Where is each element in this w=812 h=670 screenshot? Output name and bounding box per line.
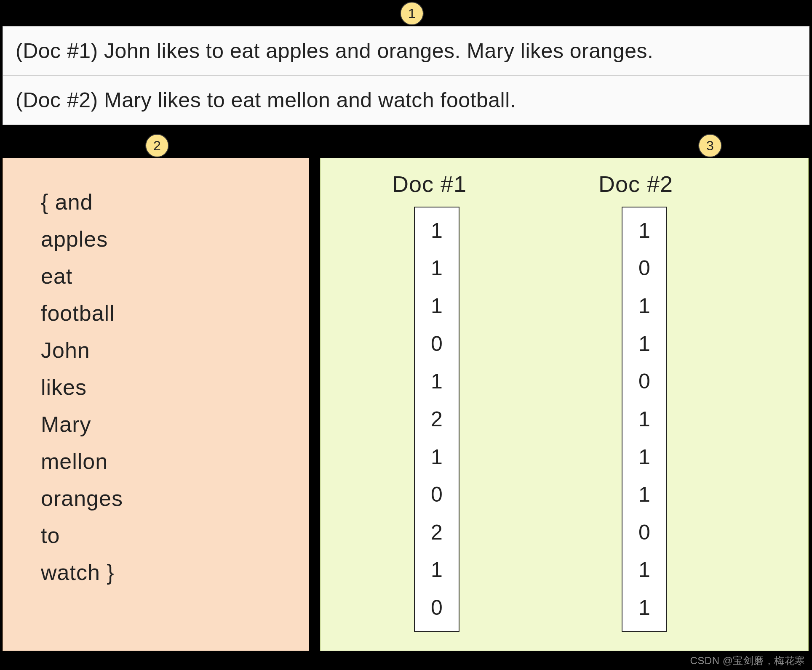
vector-cell: 1	[431, 365, 443, 398]
vector-cell: 2	[431, 403, 443, 436]
vocab-word: football	[41, 295, 309, 332]
vector-cell: 0	[638, 252, 650, 284]
vector-cell: 1	[431, 441, 443, 473]
vector-cell: 1	[431, 252, 443, 284]
badge-label: 3	[706, 138, 714, 154]
vector-cell: 0	[431, 327, 443, 360]
vocabulary-panel: { and apples eat football John likes Mar…	[3, 158, 309, 651]
vector-cell: 1	[638, 327, 650, 360]
vocab-word: watch }	[41, 554, 309, 591]
vector-cell: 1	[638, 403, 650, 436]
vector-box-1: 1 1 1 0 1 2 1 0 2 1 0	[414, 207, 459, 632]
vocab-word: John	[41, 332, 309, 369]
vocab-word: apples	[41, 221, 309, 258]
badge-label: 1	[408, 6, 416, 21]
document-row-1: (Doc #1) John likes to eat apples and or…	[3, 27, 809, 75]
vector-cell: 1	[431, 553, 443, 586]
vector-cell: 0	[638, 365, 650, 398]
document-text: (Doc #1) John likes to eat apples and or…	[16, 39, 653, 63]
document-text: (Doc #2) Mary likes to eat mellon and wa…	[16, 88, 516, 112]
vector-cell: 1	[431, 214, 443, 247]
vocab-word: { and	[41, 183, 309, 221]
vocab-word: mellon	[41, 443, 309, 480]
vector-cell: 1	[638, 290, 650, 322]
vocab-word: eat	[41, 258, 309, 295]
step-badge-2: 2	[145, 134, 169, 157]
vector-cell: 1	[638, 478, 650, 511]
vector-cell: 1	[638, 214, 650, 247]
vector-header-1: Doc #1	[392, 171, 467, 197]
vocab-word: Mary	[41, 406, 309, 443]
vector-box-2: 1 0 1 1 0 1 1 1 0 1 1	[622, 207, 667, 632]
vocab-word: to	[41, 517, 309, 554]
vector-cell: 0	[638, 516, 650, 549]
vector-cell: 1	[638, 591, 650, 624]
vector-cell: 1	[638, 441, 650, 473]
vector-cell: 2	[431, 516, 443, 549]
vector-cell: 0	[431, 478, 443, 511]
step-badge-3: 3	[698, 134, 722, 157]
documents-panel: (Doc #1) John likes to eat apples and or…	[3, 26, 809, 125]
vector-cell: 0	[431, 591, 443, 624]
vocab-word: oranges	[41, 480, 309, 517]
vector-cell: 1	[638, 553, 650, 586]
vectors-panel: Doc #1 Doc #2 1 1 1 0 1 2 1 0 2 1 0 1 0 …	[320, 158, 809, 651]
vector-header-2: Doc #2	[598, 171, 673, 197]
vocab-word: likes	[41, 369, 309, 406]
badge-label: 2	[153, 138, 161, 154]
vector-cell: 1	[431, 290, 443, 322]
watermark: CSDN @宝剑磨，梅花寒	[690, 654, 805, 667]
step-badge-1: 1	[400, 2, 424, 25]
document-row-2: (Doc #2) Mary likes to eat mellon and wa…	[3, 75, 809, 125]
